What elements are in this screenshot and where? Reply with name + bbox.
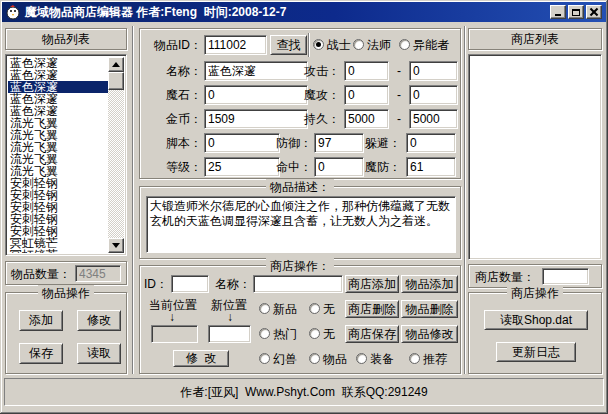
radio-item[interactable]: [309, 353, 320, 364]
scroll-down-button[interactable]: [108, 238, 124, 253]
hit-input[interactable]: [314, 157, 364, 177]
shop-list-header-label: 商店列表: [469, 29, 601, 49]
shop-add-button[interactable]: 商店添加: [345, 275, 399, 293]
shop-ops-right-group: 商店操作 读取Shop.dat 更新日志: [468, 292, 602, 374]
find-button[interactable]: 查找: [270, 35, 307, 55]
shop-ops-right-title: 商店操作: [507, 285, 563, 302]
item-list-header-label: 物品列表: [6, 29, 126, 49]
item-description-title: 物品描述：: [266, 179, 334, 196]
minimize-button[interactable]: [550, 5, 566, 19]
detail-separator: [308, 33, 310, 57]
durability-min-input[interactable]: [344, 109, 389, 129]
item-save-button[interactable]: 保存: [19, 343, 63, 364]
new-pos-input[interactable]: [208, 325, 251, 343]
radio-equip[interactable]: [356, 353, 367, 364]
shop-name-label: 名称：: [215, 274, 251, 294]
radio-hot-item[interactable]: [259, 328, 270, 339]
arrow-up-icon: [112, 62, 120, 67]
radio-item-label: 物品: [323, 350, 347, 368]
shop-item-add-button[interactable]: 物品添加: [401, 275, 458, 293]
close-icon: [590, 8, 598, 16]
name-input[interactable]: [204, 61, 308, 81]
shop-id-label: ID：: [144, 274, 168, 294]
name-label: 名称：: [144, 61, 202, 81]
gold-input[interactable]: [204, 109, 308, 129]
divider-left: [132, 26, 134, 374]
gold-label: 金币：: [144, 109, 202, 129]
list-item[interactable]: 冥虹镜芒: [8, 249, 108, 253]
item-id-input[interactable]: [204, 35, 267, 55]
magicattack-dash: -: [394, 85, 404, 105]
class-radio-esper[interactable]: [399, 39, 410, 50]
position-modify-button[interactable]: 修 改: [173, 350, 229, 367]
hit-label: 命中：: [276, 157, 310, 177]
item-count-field: [75, 265, 121, 282]
radio-hot-none[interactable]: [309, 328, 320, 339]
window: 魔域物品商店编辑器 作者:Fteng 时间:2008-12-7 物品列表 蓝色深…: [0, 0, 608, 414]
level-input[interactable]: [204, 157, 280, 177]
scrollbar-thumb[interactable]: [108, 72, 124, 90]
maximize-icon: [572, 9, 580, 16]
shop-id-input[interactable]: [171, 275, 209, 293]
radio-pet-label: 幻兽: [273, 350, 297, 368]
class-radio-mage[interactable]: [353, 39, 364, 50]
radio-new-item[interactable]: [259, 303, 270, 314]
attack-min-input[interactable]: [344, 61, 389, 81]
level-label: 等级：: [144, 157, 202, 177]
shop-item-modify-button[interactable]: 物品修改: [401, 325, 458, 343]
radio-hot-none-label: 无: [323, 325, 335, 343]
item-list[interactable]: 蓝色深邃 蓝色深邃 蓝色深邃 蓝色深邃 蓝色深邃 流光飞翼 流光飞翼 流光飞翼 …: [5, 54, 127, 256]
attack-label: 攻击：: [304, 61, 340, 81]
item-read-button[interactable]: 读取: [77, 343, 121, 364]
radio-hot-item-label: 热门: [273, 325, 297, 343]
radio-new-none-label: 无: [323, 300, 335, 318]
attack-max-input[interactable]: [409, 61, 458, 81]
shop-save-button[interactable]: 商店保存: [345, 325, 399, 343]
radio-pet[interactable]: [259, 353, 270, 364]
radio-recommend[interactable]: [409, 353, 420, 364]
shop-ops-title: 商店操作：: [266, 258, 334, 275]
script-label: 脚本：: [144, 133, 202, 153]
item-count-label: 物品数量：: [11, 264, 71, 284]
magicdef-label: 魔防：: [363, 157, 401, 177]
scroll-up-button[interactable]: [108, 57, 124, 72]
radio-new-item-label: 新品: [273, 300, 297, 318]
magicattack-min-input[interactable]: [344, 85, 389, 105]
divider-right: [464, 26, 466, 374]
magicdef-input[interactable]: [406, 157, 456, 177]
item-description-group: 物品描述： 大锻造师米尔德尼的心血倾注之作，那种仿佛蕴藏了无数玄机的天蓝色调显得…: [139, 186, 461, 259]
durability-max-input[interactable]: [409, 109, 458, 129]
radio-new-none[interactable]: [309, 303, 320, 314]
magicstone-label: 魔石：: [144, 85, 202, 105]
shop-name-input[interactable]: [253, 275, 343, 293]
item-modify-button[interactable]: 修改: [77, 310, 121, 331]
durability-dash: -: [394, 109, 404, 129]
app-icon: [5, 4, 21, 20]
shop-item-delete-button[interactable]: 物品删除: [401, 300, 458, 318]
class-mage-label: 法师: [367, 36, 391, 54]
item-list-scrollbar[interactable]: [108, 57, 124, 253]
magicstone-input[interactable]: [204, 85, 308, 105]
shop-list[interactable]: [468, 54, 602, 260]
statusbar: 作者:[亚风] Www.Pshyt.Com 联系QQ:291249: [4, 378, 604, 406]
magicattack-max-input[interactable]: [409, 85, 458, 105]
dodge-input[interactable]: [406, 133, 456, 153]
class-radio-warrior[interactable]: [313, 39, 324, 50]
radio-recommend-label: 推荐: [423, 350, 447, 368]
item-add-button[interactable]: 添加: [19, 310, 63, 331]
shop-delete-button[interactable]: 商店删除: [345, 300, 399, 318]
defense-input[interactable]: [314, 133, 364, 153]
titlebar: 魔域物品商店编辑器 作者:Fteng 时间:2008-12-7: [2, 2, 606, 22]
item-description-text[interactable]: 大锻造师米尔德尼的心血倾注之作，那种仿佛蕴藏了无数玄机的天蓝色调显得深邃且含蓄，…: [146, 196, 456, 253]
read-shopdat-button[interactable]: 读取Shop.dat: [484, 310, 588, 330]
window-title: 魔域物品商店编辑器 作者:Fteng 时间:2008-12-7: [25, 4, 286, 21]
item-ops-group: 物品操作 添加 修改 保存 读取: [5, 292, 127, 374]
shop-count-field: [542, 268, 589, 285]
durability-label: 持久：: [304, 109, 340, 129]
radio-equip-label: 装备: [370, 350, 394, 368]
maximize-button[interactable]: [568, 5, 584, 19]
close-button[interactable]: [586, 5, 602, 19]
script-input[interactable]: [204, 133, 280, 153]
attack-dash: -: [394, 61, 404, 81]
update-log-button[interactable]: 更新日志: [496, 342, 576, 362]
